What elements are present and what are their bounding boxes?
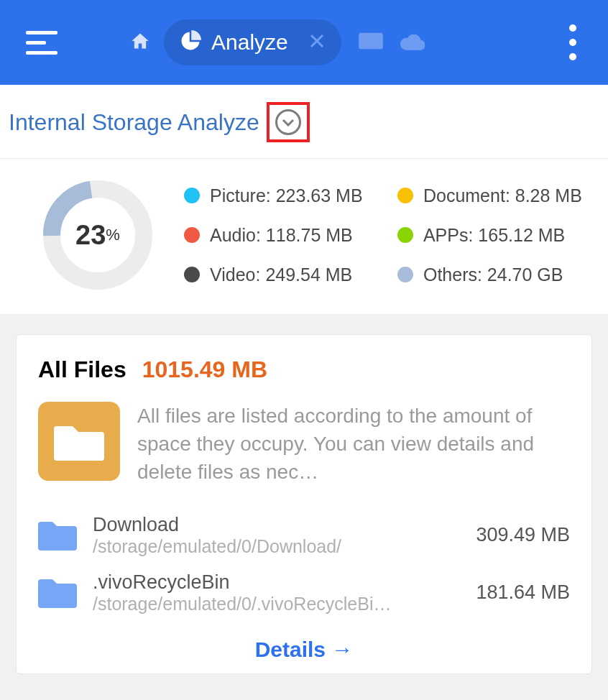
page-title-row: Internal Storage Analyze [0,85,608,159]
close-icon[interactable] [308,32,326,52]
storage-stats: 23% Picture: 223.63 MB Document: 8.28 MB… [0,159,608,314]
swatch-others [397,267,413,282]
swatch-audio [184,227,200,243]
pie-chart-icon [180,30,201,55]
all-files-card: All Files 1015.49 MB All files are liste… [16,334,592,674]
file-size: 309.49 MB [476,524,570,546]
app-header: Analyze [0,0,608,85]
legend-label: Video: 249.54 MB [210,264,352,285]
content-area: All Files 1015.49 MB All files are liste… [0,314,608,700]
file-info: Download /storage/emulated/0/Download/ [93,514,476,557]
card-title-row: All Files 1015.49 MB [38,356,570,383]
card-title: All Files [38,356,126,383]
percent-value: 23 [75,220,106,251]
legend-label: Document: 8.28 MB [423,185,582,206]
legend-picture: Picture: 223.63 MB [184,185,369,206]
folder-icon [38,519,77,552]
legend-others: Others: 24.70 GB [397,264,582,285]
list-item[interactable]: .vivoRecycleBin /storage/emulated/0/.viv… [38,564,570,622]
file-info: .vivoRecycleBin /storage/emulated/0/.viv… [93,571,476,614]
folder-large-icon [38,402,120,481]
details-link[interactable]: Details → [38,622,570,666]
legend-audio: Audio: 118.75 MB [184,225,369,246]
overflow-menu-icon[interactable] [569,24,576,60]
legend-apps: APPs: 165.12 MB [397,225,582,246]
file-path: /storage/emulated/0/Download/ [93,536,423,557]
menu-icon[interactable] [26,27,57,58]
swatch-picture [184,188,200,203]
percent-symbol: % [106,226,120,244]
svg-rect-0 [359,33,383,49]
folder-icon [38,576,77,609]
cloud-icon[interactable] [400,32,425,53]
legend-label: Audio: 118.75 MB [210,225,353,246]
swatch-video [184,267,200,282]
legend-label: APPs: 165.12 MB [423,225,565,246]
legend: Picture: 223.63 MB Document: 8.28 MB Aud… [184,185,582,285]
file-size: 181.64 MB [476,581,570,604]
page-title: Internal Storage Analyze [9,109,259,136]
usage-donut: 23% [40,178,155,293]
file-path: /storage/emulated/0/.vivoRecycleBi… [93,594,423,614]
analyze-tab[interactable]: Analyze [164,19,341,65]
card-total-size: 1015.49 MB [142,356,267,383]
swatch-document [397,188,413,203]
legend-document: Document: 8.28 MB [397,185,582,206]
dropdown-toggle[interactable] [275,109,301,135]
sd-card-icon[interactable] [359,31,383,54]
file-name: Download [93,514,476,536]
legend-video: Video: 249.54 MB [184,264,369,285]
legend-label: Others: 24.70 GB [423,264,563,285]
donut-percent: 23% [40,178,155,293]
home-icon[interactable] [129,31,151,54]
legend-label: Picture: 223.63 MB [210,185,363,206]
file-name: .vivoRecycleBin [93,571,476,594]
card-description-row: All files are listed according to the am… [38,402,570,487]
highlight-box [267,102,310,142]
list-item[interactable]: Download /storage/emulated/0/Download/ 3… [38,507,570,564]
analyze-tab-label: Analyze [211,30,288,55]
card-description: All files are listed according to the am… [137,402,570,487]
swatch-apps [397,227,413,243]
